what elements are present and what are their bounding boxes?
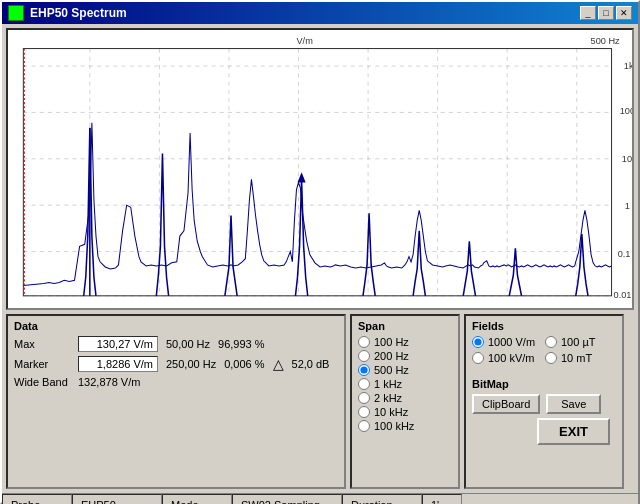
marker-label: Marker	[14, 358, 74, 370]
triangle-icon: △	[273, 356, 284, 372]
svg-text:V/m: V/m	[296, 36, 313, 46]
span-500hz-label: 500 Hz	[374, 364, 409, 376]
title-controls: _ □ ✕	[580, 6, 632, 20]
span-1khz-radio[interactable]	[358, 378, 370, 390]
bitmap-section: BitMap ClipBoard Save	[472, 378, 616, 414]
span-200hz-label: 200 Hz	[374, 350, 409, 362]
field-100kvm-label: 100 kV/m	[488, 352, 534, 364]
span-1khz[interactable]: 1 kHz	[358, 378, 452, 390]
span-100hz-radio[interactable]	[358, 336, 370, 348]
span-500hz[interactable]: 500 Hz	[358, 364, 452, 376]
status-sampling: SW02 Sampling	[232, 494, 342, 504]
data-title: Data	[14, 320, 338, 332]
max-pct: 96,993 %	[218, 338, 264, 350]
bitmap-buttons: ClipBoard Save	[472, 394, 616, 414]
svg-text:0.01: 0.01	[614, 290, 632, 300]
status-mode: Mode	[162, 494, 232, 504]
field-100kvm[interactable]: 100 kV/m	[472, 352, 543, 364]
fields-grid: 1000 V/m 100 µT 100 kV/m	[472, 336, 616, 366]
max-row: Max 130,27 V/m 50,00 Hz 96,993 %	[14, 336, 338, 352]
title-bar: EHP50 Spectrum _ □ ✕	[2, 2, 638, 24]
wideband-value: 132,878 V/m	[78, 376, 140, 388]
span-500hz-radio[interactable]	[358, 364, 370, 376]
span-100hz[interactable]: 100 Hz	[358, 336, 452, 348]
field-100ut[interactable]: 100 µT	[545, 336, 616, 348]
field-10mt[interactable]: 10 mT	[545, 352, 616, 364]
span-100hz-label: 100 Hz	[374, 336, 409, 348]
fields-section: Fields 1000 V/m 100 µT	[464, 314, 624, 489]
status-duration: Duration	[342, 494, 422, 504]
data-section: Data Max 130,27 V/m 50,00 Hz 96,993 % Ma…	[6, 314, 346, 489]
svg-text:10: 10	[622, 154, 632, 164]
max-label: Max	[14, 338, 74, 350]
field-10mt-radio[interactable]	[545, 352, 557, 364]
field-1000vm[interactable]: 1000 V/m	[472, 336, 543, 348]
minimize-button[interactable]: _	[580, 6, 596, 20]
status-probe: Probe	[2, 494, 72, 504]
wideband-row: Wide Band 132,878 V/m	[14, 376, 338, 388]
span-title: Span	[358, 320, 452, 332]
span-1khz-label: 1 kHz	[374, 378, 402, 390]
span-section: Span 100 Hz 200 Hz 500 Hz	[350, 314, 460, 489]
svg-text:1k: 1k	[624, 61, 632, 71]
span-100khz-label: 100 kHz	[374, 420, 414, 432]
clipboard-button[interactable]: ClipBoard	[472, 394, 540, 414]
marker-freq: 250,00 Hz	[166, 358, 216, 370]
span-2khz-radio[interactable]	[358, 392, 370, 404]
status-value: 1'	[422, 494, 462, 504]
status-device: EHP50	[72, 494, 162, 504]
span-10khz-radio[interactable]	[358, 406, 370, 418]
field-100ut-radio[interactable]	[545, 336, 557, 348]
marker-row: Marker 1,8286 V/m 250,00 Hz 0,006 % △ 52…	[14, 356, 338, 372]
svg-text:100: 100	[620, 106, 632, 116]
window-title: EHP50 Spectrum	[30, 6, 127, 20]
marker-value: 1,8286 V/m	[78, 356, 158, 372]
marker-pct: 0,006 %	[224, 358, 264, 370]
svg-text:0.1: 0.1	[618, 249, 631, 259]
spectrum-chart: V/m 500 Hz 1k 100 10 1 0.1 0.01	[6, 28, 634, 310]
main-window: EHP50 Spectrum _ □ ✕ V/m 500 Hz 1k	[0, 0, 640, 504]
bitmap-title: BitMap	[472, 378, 616, 390]
exit-area: EXIT	[472, 414, 616, 445]
span-200hz[interactable]: 200 Hz	[358, 350, 452, 362]
bottom-panel: Data Max 130,27 V/m 50,00 Hz 96,993 % Ma…	[6, 314, 634, 489]
field-100ut-label: 100 µT	[561, 336, 595, 348]
field-1000vm-label: 1000 V/m	[488, 336, 535, 348]
db-value: 52,0 dB	[292, 358, 330, 370]
save-button[interactable]: Save	[546, 394, 601, 414]
fields-title: Fields	[472, 320, 616, 332]
field-1000vm-radio[interactable]	[472, 336, 484, 348]
span-10khz-label: 10 kHz	[374, 406, 408, 418]
span-100khz[interactable]: 100 kHz	[358, 420, 452, 432]
span-200hz-radio[interactable]	[358, 350, 370, 362]
main-content: V/m 500 Hz 1k 100 10 1 0.1 0.01	[2, 24, 638, 493]
status-bar: Probe EHP50 Mode SW02 Sampling Duration …	[2, 493, 638, 504]
span-10khz[interactable]: 10 kHz	[358, 406, 452, 418]
app-icon	[8, 5, 24, 21]
close-button[interactable]: ✕	[616, 6, 632, 20]
span-2khz[interactable]: 2 kHz	[358, 392, 452, 404]
span-2khz-label: 2 kHz	[374, 392, 402, 404]
title-bar-left: EHP50 Spectrum	[8, 5, 127, 21]
wideband-label: Wide Band	[14, 376, 74, 388]
field-100kvm-radio[interactable]	[472, 352, 484, 364]
exit-button[interactable]: EXIT	[537, 418, 610, 445]
maximize-button[interactable]: □	[598, 6, 614, 20]
span-100khz-radio[interactable]	[358, 420, 370, 432]
max-freq: 50,00 Hz	[166, 338, 210, 350]
max-value: 130,27 V/m	[78, 336, 158, 352]
field-10mt-label: 10 mT	[561, 352, 592, 364]
svg-text:1: 1	[625, 201, 630, 211]
bottom-right-top: Span 100 Hz 200 Hz 500 Hz	[350, 314, 634, 489]
bottom-right: Span 100 Hz 200 Hz 500 Hz	[350, 314, 634, 489]
svg-text:500 Hz: 500 Hz	[591, 36, 620, 46]
